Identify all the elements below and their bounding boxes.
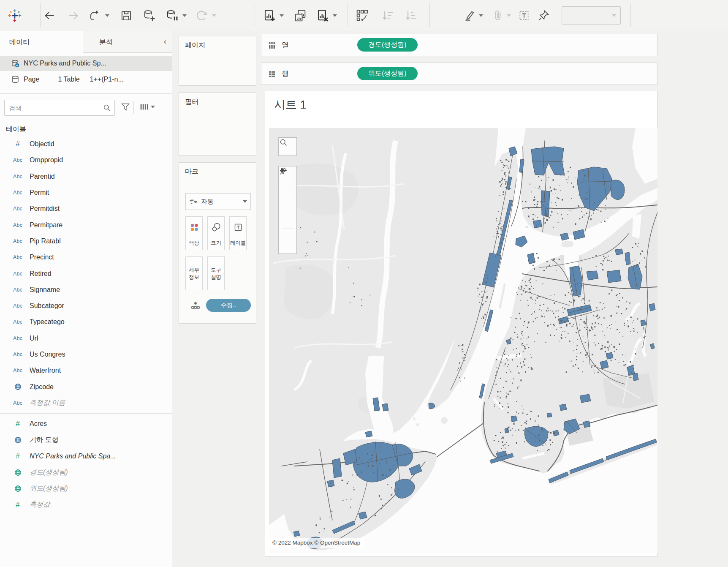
new-worksheet-button[interactable] (261, 8, 277, 24)
field-label: Acres (30, 420, 47, 428)
save-button[interactable] (118, 8, 134, 24)
map-tools-expand-button[interactable] (279, 230, 297, 249)
datasource-row[interactable]: Page 1 Table 1++(P1-n... (0, 72, 172, 87)
field-list: #ObjectidAbcOmppropidAbcParentidAbcPermi… (0, 136, 172, 513)
geo-field-icon (9, 383, 26, 390)
field-row[interactable]: AbcPip Ratabl (0, 233, 172, 249)
refresh-button[interactable] (193, 8, 209, 24)
funnel-icon (120, 102, 130, 112)
field-row[interactable]: AbcPermitdist (0, 201, 172, 217)
field-label: Permitpare (30, 221, 62, 229)
columns-pill[interactable]: 경도(생성됨) (357, 38, 418, 52)
cluster-pill[interactable]: 수집.. (206, 299, 251, 312)
field-row[interactable]: AbcWaterfront (0, 363, 172, 379)
pages-card[interactable]: 페이지 (179, 36, 256, 86)
field-row[interactable]: AbcParentid (0, 169, 172, 185)
toolbar-divider (348, 3, 348, 27)
field-row[interactable]: AbcPermitpare (0, 217, 172, 233)
sort-ascending-button[interactable] (380, 8, 396, 24)
field-row[interactable]: #Acres (0, 416, 172, 432)
field-label: Typecatego (30, 318, 65, 326)
field-label: Permitdist (30, 205, 60, 213)
collapse-pane-icon[interactable]: ‹ (164, 37, 166, 46)
tab-data[interactable]: 데이터 (9, 38, 30, 47)
map-pin-button[interactable] (279, 207, 297, 227)
field-row[interactable]: Abc측정값 이름 (0, 395, 172, 411)
search-field[interactable] (4, 100, 115, 116)
field-row[interactable]: #Objectid (0, 136, 172, 152)
detail-button[interactable]: 세부 정보 (185, 256, 203, 290)
field-label: 경도(생성됨) (30, 468, 68, 477)
group-members-button[interactable] (490, 8, 506, 24)
replay-caret[interactable] (103, 8, 111, 24)
field-row[interactable]: AbcPermit (0, 185, 172, 201)
duplicate-sheet-button[interactable] (292, 8, 308, 24)
fix-axes-pin-button[interactable] (535, 8, 551, 24)
mark-type-caret (243, 200, 247, 203)
rows-pill[interactable]: 위도(생성됨) (357, 67, 418, 80)
field-row[interactable]: AbcUrl (0, 330, 172, 346)
marks-card: 마크 자동 색상 크기 (179, 162, 256, 324)
field-label: Omppropid (30, 156, 63, 164)
columns-shelf[interactable]: 경도(생성됨) (352, 34, 657, 56)
filter-fields-button[interactable] (117, 99, 133, 115)
datasource-row-selected[interactable]: NYC Parks and Public Sp... (0, 56, 172, 71)
replay-button[interactable] (87, 8, 103, 24)
highlight-caret[interactable] (477, 8, 485, 24)
detail-level-icon (191, 301, 200, 311)
search-input[interactable] (5, 104, 102, 112)
mark-type-dropdown[interactable]: 자동 (185, 193, 251, 210)
map-view[interactable]: © 2022 Mapbox © OpenStreetMap (269, 128, 657, 553)
field-row[interactable]: 기하 도형 (0, 432, 172, 448)
datasource-icon (11, 75, 19, 84)
highlight-button[interactable] (461, 8, 477, 24)
field-row[interactable]: #측정값 (0, 497, 172, 513)
field-row[interactable]: #NYC Parks and Public Spa... (0, 448, 172, 464)
rows-shelf-text: 행 (282, 69, 289, 79)
field-row[interactable]: AbcSignname (0, 282, 172, 298)
string-field-icon: Abc (9, 400, 26, 406)
field-row[interactable]: AbcPrecinct (0, 249, 172, 265)
divider (133, 101, 134, 114)
fit-selector[interactable] (562, 6, 621, 25)
swap-rows-columns-button[interactable] (354, 8, 370, 24)
field-row[interactable]: AbcRetired (0, 265, 172, 281)
field-label: NYC Parks and Public Spa... (30, 453, 116, 460)
field-row[interactable]: 위도(생성됨) (0, 480, 172, 496)
sort-descending-button[interactable] (403, 8, 419, 24)
pause-updates-button[interactable] (164, 8, 180, 24)
rows-shelf[interactable]: 위도(생성됨) (352, 63, 657, 85)
zoom-out-button[interactable] (279, 187, 297, 207)
undo-button[interactable] (41, 8, 57, 24)
clear-sheet-caret[interactable] (331, 8, 339, 24)
string-field-icon: Abc (9, 254, 26, 260)
filters-card[interactable]: 필터 (179, 93, 256, 155)
tooltip-button[interactable]: 도구 설명 (207, 256, 225, 290)
map-search-button[interactable] (278, 137, 297, 156)
field-row[interactable]: 경도(생성됨) (0, 464, 172, 480)
string-field-icon: Abc (9, 352, 26, 357)
datasource-name: NYC Parks and Public Sp... (24, 60, 106, 67)
size-button[interactable]: 크기 (207, 216, 225, 250)
field-row[interactable]: Zipcode (0, 379, 172, 395)
tab-analytics[interactable]: 분석 ‹ (83, 31, 172, 53)
redo-button[interactable] (65, 8, 81, 24)
refresh-caret[interactable] (210, 8, 218, 24)
field-row[interactable]: AbcSubcategor (0, 298, 172, 314)
clear-sheet-button[interactable] (314, 8, 330, 24)
new-datasource-button[interactable] (141, 8, 157, 24)
string-field-icon: Abc (9, 157, 26, 163)
group-members-caret[interactable] (505, 8, 513, 24)
field-row[interactable]: AbcOmppropid (0, 152, 172, 168)
pause-updates-caret[interactable] (181, 8, 188, 24)
label-button[interactable]: 레이블 (229, 216, 247, 250)
view-options-caret[interactable] (149, 99, 157, 115)
color-button[interactable]: 색상 (185, 216, 203, 250)
marks-card-title: 마크 (185, 167, 198, 176)
filters-card-title: 필터 (185, 98, 198, 106)
show-mark-labels-button[interactable] (516, 8, 532, 24)
field-row[interactable]: AbcTypecatego (0, 314, 172, 330)
new-worksheet-caret[interactable] (278, 8, 285, 24)
field-row[interactable]: AbcUs Congres (0, 346, 172, 363)
size-button-label: 크기 (211, 240, 221, 247)
